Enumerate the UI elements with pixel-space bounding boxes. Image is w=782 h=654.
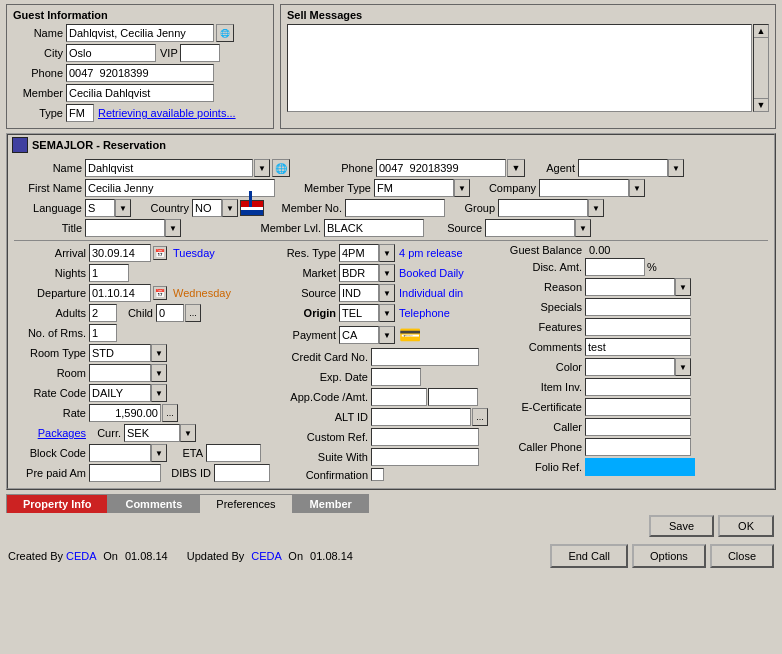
restype-dd[interactable]: ▼	[379, 244, 395, 262]
color-input[interactable]	[585, 358, 675, 376]
options-button[interactable]: Options	[632, 544, 706, 568]
end-call-button[interactable]: End Call	[550, 544, 628, 568]
noofrooms-input[interactable]	[89, 324, 117, 342]
sell-messages-textarea[interactable]	[287, 24, 752, 112]
roomtype-input[interactable]	[89, 344, 151, 362]
res-phone-input[interactable]	[376, 159, 506, 177]
discamt-input[interactable]	[585, 258, 645, 276]
group-input[interactable]	[498, 199, 588, 217]
title-dd[interactable]: ▼	[165, 219, 181, 237]
features-input[interactable]	[585, 318, 691, 336]
membertype-dd[interactable]: ▼	[454, 179, 470, 197]
tab-preferences[interactable]: Preferences	[199, 494, 292, 513]
packages-link[interactable]: Packages	[14, 427, 86, 439]
departure-cal[interactable]: 📅	[153, 286, 167, 300]
departure-input[interactable]	[89, 284, 151, 302]
agent-input[interactable]	[578, 159, 668, 177]
retrieve-link[interactable]: Retrieving available points...	[98, 107, 236, 119]
rate-more-btn[interactable]: ...	[162, 404, 178, 422]
restype-input[interactable]	[339, 244, 379, 262]
altid-input[interactable]	[371, 408, 471, 426]
close-button[interactable]: Close	[710, 544, 774, 568]
tab-property-info[interactable]: Property Info	[6, 494, 108, 513]
curr-dd[interactable]: ▼	[180, 424, 196, 442]
prepaidam-input[interactable]	[89, 464, 161, 482]
source-dd[interactable]: ▼	[575, 219, 591, 237]
rate-input[interactable]	[89, 404, 161, 422]
eta-input[interactable]	[206, 444, 261, 462]
comments-input[interactable]	[585, 338, 691, 356]
guest-name-input[interactable]	[66, 24, 214, 42]
expdate-input[interactable]	[371, 368, 421, 386]
payment-dd[interactable]: ▼	[379, 326, 395, 344]
ok-button[interactable]: OK	[718, 515, 774, 537]
firstname-input[interactable]	[85, 179, 275, 197]
memberlvl-input[interactable]	[324, 219, 424, 237]
member-input[interactable]	[66, 84, 214, 102]
country-input[interactable]	[192, 199, 222, 217]
membertype-input[interactable]	[374, 179, 454, 197]
nights-input[interactable]	[89, 264, 129, 282]
reason-dd[interactable]: ▼	[675, 278, 691, 296]
company-dd[interactable]: ▼	[629, 179, 645, 197]
confirmation-checkbox[interactable]	[371, 468, 384, 481]
globe-btn-2[interactable]: 🌐	[272, 159, 290, 177]
created-by-link[interactable]: CEDA	[66, 550, 96, 562]
type-input[interactable]	[66, 104, 94, 122]
blockcode-input[interactable]	[89, 444, 151, 462]
child-more-btn[interactable]: ...	[185, 304, 201, 322]
globe-button[interactable]: 🌐	[216, 24, 234, 42]
origin-input[interactable]	[339, 304, 379, 322]
roomtype-dd[interactable]: ▼	[151, 344, 167, 362]
caller-input[interactable]	[585, 418, 691, 436]
sourcefield-input[interactable]	[339, 284, 379, 302]
city-input[interactable]	[66, 44, 156, 62]
arrival-cal[interactable]: 📅	[153, 246, 167, 260]
reason-input[interactable]	[585, 278, 675, 296]
language-dd[interactable]: ▼	[115, 199, 131, 217]
scroll-down-btn[interactable]: ▼	[754, 98, 768, 111]
color-dd[interactable]: ▼	[675, 358, 691, 376]
origin-dd[interactable]: ▼	[379, 304, 395, 322]
ratecode-dd[interactable]: ▼	[151, 384, 167, 402]
dibsid-input[interactable]	[214, 464, 270, 482]
country-dd[interactable]: ▼	[222, 199, 238, 217]
curr-input[interactable]	[124, 424, 180, 442]
sourcefield-dd[interactable]: ▼	[379, 284, 395, 302]
scroll-up-btn[interactable]: ▲	[754, 25, 768, 38]
tab-member[interactable]: Member	[293, 494, 369, 513]
ecert-input[interactable]	[585, 398, 691, 416]
vip-input[interactable]	[180, 44, 220, 62]
save-button[interactable]: Save	[649, 515, 714, 537]
language-input[interactable]	[85, 199, 115, 217]
room-dd[interactable]: ▼	[151, 364, 167, 382]
res-name-input[interactable]	[85, 159, 253, 177]
room-input[interactable]	[89, 364, 151, 382]
adults-input[interactable]	[89, 304, 117, 322]
memberno-input[interactable]	[345, 199, 445, 217]
suitewith-input[interactable]	[371, 448, 479, 466]
company-input[interactable]	[539, 179, 629, 197]
appamt-input[interactable]	[428, 388, 478, 406]
updated-by-link[interactable]: CEDA	[251, 550, 281, 562]
payment-input[interactable]	[339, 326, 379, 344]
altid-more[interactable]: ...	[472, 408, 488, 426]
child-input[interactable]	[156, 304, 184, 322]
tab-comments[interactable]: Comments	[108, 494, 199, 513]
ratecode-input[interactable]	[89, 384, 151, 402]
callerphone-input[interactable]	[585, 438, 691, 456]
creditcardno-input[interactable]	[371, 348, 479, 366]
group-dd[interactable]: ▼	[588, 199, 604, 217]
iteminv-input[interactable]	[585, 378, 691, 396]
phone-dd[interactable]: ▼	[507, 159, 525, 177]
source-right-input[interactable]	[485, 219, 575, 237]
title-input[interactable]	[85, 219, 165, 237]
specials-input[interactable]	[585, 298, 691, 316]
customref-input[interactable]	[371, 428, 479, 446]
appcode-input[interactable]	[371, 388, 427, 406]
market-dd[interactable]: ▼	[379, 264, 395, 282]
res-name-dd[interactable]: ▼	[254, 159, 270, 177]
agent-dd[interactable]: ▼	[668, 159, 684, 177]
guest-phone-input[interactable]	[66, 64, 214, 82]
blockcode-dd[interactable]: ▼	[151, 444, 167, 462]
